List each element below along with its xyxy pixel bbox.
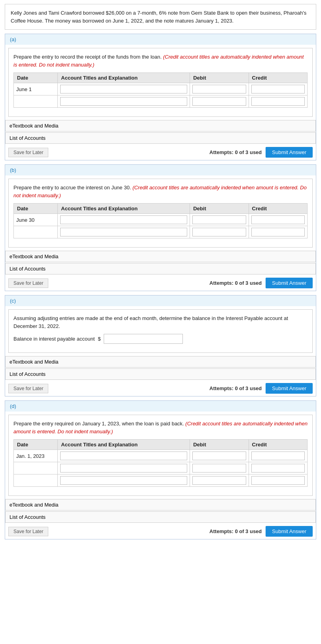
account-cell-a-0 [58,83,190,95]
debit-cell-a-1 [190,95,249,108]
th-account-d: Account Titles and Explanation [58,440,190,450]
account-input-a-0[interactable] [60,85,187,93]
submit-btn-d[interactable]: Submit Answer [266,526,313,537]
th-date-a: Date [14,73,58,83]
dollar-sign: $ [98,336,101,342]
account-cell-b-1 [58,226,190,238]
credit-input-a-0[interactable] [251,85,305,93]
credit-input-d-0[interactable] [251,452,305,460]
credit-cell-b-1 [249,226,307,238]
date-cell-b-1 [14,226,58,238]
action-right-a: Attempts: 0 of 3 usedSubmit Answer [209,147,313,158]
credit-input-d-2[interactable] [251,476,305,485]
section-inner-c: Assuming adjusting entries are made at t… [8,309,313,353]
instruction-plain-b: Prepare the entry to accrue the interest… [13,185,133,191]
credit-input-b-1[interactable] [251,228,305,236]
debit-cell-b-1 [190,226,249,238]
debit-cell-b-0 [190,214,249,226]
date-cell-d-1 [14,462,58,474]
table-row [14,462,308,474]
action-row-d: Save for LaterAttempts: 0 of 3 usedSubmi… [5,524,316,539]
section-inner-d: Prepare the entry required on January 1,… [8,415,313,496]
scenario-text: Kelly Jones and Tami Crawford borrowed $… [11,10,306,24]
date-cell-a-1 [14,95,58,108]
section-label-b: (b) [5,165,316,175]
account-cell-d-0 [58,450,190,462]
th-debit-b: Debit [190,204,249,214]
date-cell-d-0: Jan. 1, 2023 [14,450,58,462]
balance-input[interactable] [104,334,183,344]
action-right-b: Attempts: 0 of 3 usedSubmit Answer [209,278,313,288]
debit-cell-d-1 [190,462,249,474]
section-label-c: (c) [5,295,316,306]
save-later-btn-b[interactable]: Save for Later [8,278,48,288]
debit-input-d-2[interactable] [192,476,246,485]
action-row-c: Save for LaterAttempts: 0 of 3 usedSubmi… [5,381,316,396]
section-b: (b)Prepare the entry to accrue the inter… [5,164,316,291]
debit-input-d-0[interactable] [192,452,246,460]
action-right-c: Attempts: 0 of 3 usedSubmit Answer [209,383,313,394]
journal-table-a: DateAccount Titles and ExplanationDebitC… [13,72,308,108]
table-row [14,226,308,238]
date-cell-b-0: June 30 [14,214,58,226]
debit-input-a-0[interactable] [192,85,246,93]
table-row [14,474,308,487]
account-input-b-1[interactable] [60,228,187,236]
section-inner-b: Prepare the entry to accrue the interest… [8,179,313,248]
save-later-btn-a[interactable]: Save for Later [8,148,48,157]
debit-input-a-1[interactable] [192,97,246,106]
section-a: (a)Prepare the entry to record the recei… [5,34,316,160]
th-credit-d: Credit [249,440,307,450]
debit-cell-d-2 [190,474,249,487]
debit-input-d-1[interactable] [192,464,246,473]
date-cell-d-2 [14,474,58,487]
debit-input-b-0[interactable] [192,215,246,224]
section-d: (d)Prepare the entry required on January… [5,400,316,539]
credit-input-d-1[interactable] [251,464,305,473]
instruction-a: Prepare the entry to record the receipt … [13,53,308,69]
attempts-text-d: Attempts: 0 of 3 used [209,528,262,534]
submit-btn-c[interactable]: Submit Answer [266,383,313,394]
list-of-accounts-btn-d[interactable]: List of Accounts [5,511,316,523]
save-later-btn-d[interactable]: Save for Later [8,527,48,536]
account-input-b-0[interactable] [60,215,187,224]
journal-table-b: DateAccount Titles and ExplanationDebitC… [13,203,308,238]
balance-label: Balance in interest payable account [13,336,95,342]
account-cell-b-0 [58,214,190,226]
scenario-box: Kelly Jones and Tami Crawford borrowed $… [5,4,316,30]
th-debit-a: Debit [190,73,249,83]
credit-cell-d-2 [249,474,307,487]
attempts-text-a: Attempts: 0 of 3 used [209,149,262,155]
instruction-b: Prepare the entry to accrue the interest… [13,184,308,199]
th-date-d: Date [14,440,58,450]
credit-cell-d-1 [249,462,307,474]
submit-btn-a[interactable]: Submit Answer [266,147,313,158]
account-input-d-2[interactable] [60,476,187,485]
th-debit-d: Debit [190,440,249,450]
list-of-accounts-btn-a[interactable]: List of Accounts [5,132,316,144]
credit-input-a-1[interactable] [251,97,305,106]
balance-row: Balance in interest payable account$ [13,334,308,344]
credit-cell-a-0 [249,83,307,95]
etextbook-btn-d[interactable]: eTextbook and Media [5,499,316,511]
etextbook-btn-b[interactable]: eTextbook and Media [5,251,316,262]
debit-cell-a-0 [190,83,249,95]
etextbook-btn-a[interactable]: eTextbook and Media [5,120,316,131]
table-row [14,95,308,108]
credit-cell-d-0 [249,450,307,462]
debit-input-b-1[interactable] [192,228,246,236]
save-later-btn-c[interactable]: Save for Later [8,384,48,393]
account-input-d-0[interactable] [60,452,187,460]
account-input-a-1[interactable] [60,97,187,106]
submit-btn-b[interactable]: Submit Answer [266,278,313,288]
action-row-b: Save for LaterAttempts: 0 of 3 usedSubmi… [5,275,316,291]
list-of-accounts-btn-c[interactable]: List of Accounts [5,368,316,380]
th-credit-b: Credit [249,204,307,214]
list-of-accounts-btn-b[interactable]: List of Accounts [5,263,316,274]
table-row: June 30 [14,214,308,226]
account-input-d-1[interactable] [60,464,187,473]
credit-input-b-0[interactable] [251,215,305,224]
attempts-text-b: Attempts: 0 of 3 used [209,280,262,286]
etextbook-btn-c[interactable]: eTextbook and Media [5,356,316,368]
attempts-text-c: Attempts: 0 of 3 used [209,385,262,391]
